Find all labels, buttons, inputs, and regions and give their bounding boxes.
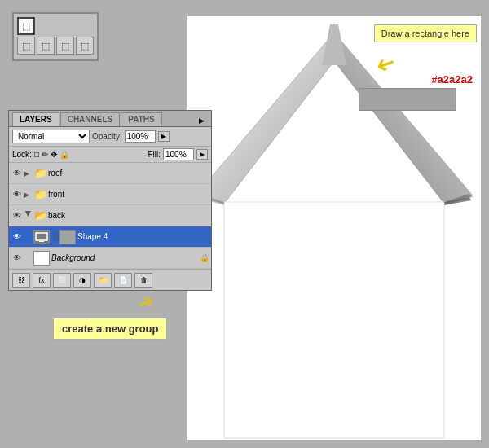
color-label: #a2a2a2 xyxy=(431,73,473,86)
folder-icon-back: 📂 xyxy=(33,209,48,222)
create-group-text: create a new group xyxy=(62,323,158,335)
tool-panel: ⬚ ⬚ ⬚ ⬚ ⬚ xyxy=(12,12,99,61)
draw-rect-annotation: Draw a rectangle here xyxy=(374,24,477,42)
toolbar-new-btn[interactable]: 📄 xyxy=(114,273,132,288)
create-group-annotation: create a new group xyxy=(53,318,167,340)
expand-arrow-front[interactable]: ▶ xyxy=(24,191,33,199)
lock-fill-row: Lock: □ ✏ ✥ 🔒 Fill: ▶ xyxy=(9,147,211,163)
expand-arrow-roof[interactable]: ▶ xyxy=(24,169,33,178)
layer-row-roof[interactable]: 👁 ▶ 📁 roof xyxy=(9,163,211,184)
layer-name-bg: Background xyxy=(51,253,200,262)
toolbar-fx-btn[interactable]: fx xyxy=(33,273,51,288)
svg-marker-1 xyxy=(334,33,473,204)
layer-chain-shape4: ⛓ xyxy=(51,230,59,244)
fill-arrow-btn[interactable]: ▶ xyxy=(196,149,208,160)
lock-label: Lock: xyxy=(12,150,32,159)
tool-btn-1[interactable]: ⬚ xyxy=(17,37,35,55)
lock-icon-transparent[interactable]: □ xyxy=(34,150,39,159)
layer-name-back: back xyxy=(48,211,209,220)
panel-menu-btn[interactable]: ▶ xyxy=(196,115,208,126)
layer-preview-shape4 xyxy=(59,230,76,244)
fill-label: Fill: xyxy=(148,150,161,159)
visibility-icon-back[interactable]: 👁 xyxy=(11,211,24,220)
fill-input[interactable] xyxy=(163,148,194,160)
layer-row-back[interactable]: 👁 ▶ 📂 back xyxy=(9,205,211,226)
tab-channels[interactable]: CHANNELS xyxy=(60,112,121,126)
tool-row-2: ⬚ ⬚ ⬚ ⬚ xyxy=(17,37,94,55)
toolbar-adj-btn[interactable]: ◑ xyxy=(73,273,91,288)
tool-row-1: ⬚ xyxy=(17,17,94,35)
tool-btn-2[interactable]: ⬚ xyxy=(37,37,55,55)
layer-name-roof: roof xyxy=(48,169,209,178)
folder-icon-front: 📁 xyxy=(33,188,48,200)
layer-thumb-bg xyxy=(33,251,50,266)
panel-bottom-toolbar: ⛓ fx ⬜ ◑ 📁 📄 🗑 xyxy=(9,270,211,290)
toolbar-link-btn[interactable]: ⛓ xyxy=(12,273,30,288)
tab-paths[interactable]: PATHS xyxy=(121,112,161,126)
lock-icon-image[interactable]: ✏ xyxy=(42,150,48,159)
opacity-input[interactable] xyxy=(125,130,156,143)
layer-thumb-shape4 xyxy=(33,230,50,244)
folder-icon-roof: 📁 xyxy=(33,167,48,179)
layer-name-shape4: Shape 4 xyxy=(77,232,209,241)
toolbar-group-btn[interactable]: 📁 xyxy=(94,273,112,288)
visibility-icon-front[interactable]: 👁 xyxy=(11,190,24,199)
tool-btn-rect[interactable]: ⬚ xyxy=(17,17,35,35)
svg-rect-9 xyxy=(39,241,44,242)
lock-icon-all[interactable]: 🔒 xyxy=(59,150,69,159)
toolbar-delete-btn[interactable]: 🗑 xyxy=(134,273,152,288)
svg-marker-0 xyxy=(196,33,334,204)
lock-icon-bg: 🔒 xyxy=(200,253,209,262)
layer-name-front: front xyxy=(48,190,209,199)
svg-rect-7 xyxy=(36,233,47,240)
opacity-label: Opacity: xyxy=(92,132,122,141)
layer-row-background[interactable]: 👁 Background 🔒 xyxy=(9,248,211,269)
tab-layers[interactable]: LAYERS xyxy=(12,112,59,126)
visibility-icon-shape4[interactable]: 👁 xyxy=(11,232,24,241)
visibility-icon-bg[interactable]: 👁 xyxy=(11,253,24,262)
blend-mode-select[interactable]: Normal xyxy=(12,130,90,143)
layers-list: 👁 ▶ 📁 roof 👁 ▶ 📁 front 👁 ▶ 📂 back 👁 xyxy=(9,163,211,270)
opacity-arrow-btn[interactable]: ▶ xyxy=(158,131,170,142)
rectangle-placeholder xyxy=(359,88,456,111)
svg-rect-3 xyxy=(224,202,444,438)
panel-tabs: LAYERS CHANNELS PATHS ▶ xyxy=(9,111,211,127)
mode-opacity-row: Normal Opacity: ▶ xyxy=(9,127,211,147)
draw-rect-text: Draw a rectangle here xyxy=(381,29,469,38)
layers-panel: LAYERS CHANNELS PATHS ▶ Normal Opacity: … xyxy=(8,110,212,291)
tool-btn-3[interactable]: ⬚ xyxy=(56,37,74,55)
lock-icon-position[interactable]: ✥ xyxy=(51,150,57,159)
layer-row-shape4[interactable]: 👁 ⛓ Shape 4 xyxy=(9,226,211,248)
expand-arrow-back[interactable]: ▶ xyxy=(24,211,33,221)
visibility-icon-roof[interactable]: 👁 xyxy=(11,169,24,178)
layer-row-front[interactable]: 👁 ▶ 📁 front xyxy=(9,184,211,205)
toolbar-mask-btn[interactable]: ⬜ xyxy=(53,273,71,288)
tool-btn-4[interactable]: ⬚ xyxy=(76,37,94,55)
